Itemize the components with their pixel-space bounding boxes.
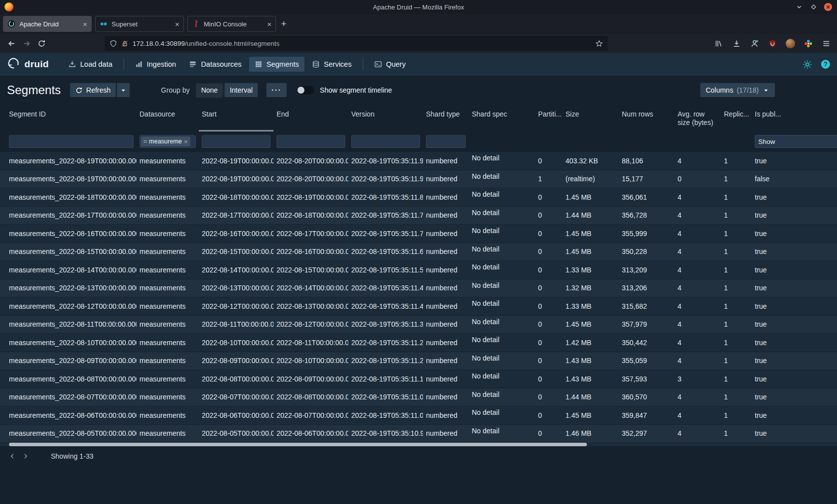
- group-by-none-button[interactable]: None: [196, 83, 223, 98]
- druid-nav-services[interactable]: Services: [306, 57, 357, 72]
- tab-close-icon[interactable]: ×: [83, 20, 87, 28]
- column-header-12[interactable]: Is publ...: [752, 105, 837, 131]
- filter-input-2[interactable]: [202, 135, 271, 148]
- column-header-0[interactable]: Segment ID: [6, 105, 137, 131]
- cell-2: 2022-08-07T00:00:00.0...: [199, 393, 274, 401]
- table-row[interactable]: measurements_2022-08-06T00:00:00.000Z...…: [0, 406, 837, 425]
- segment-timeline-toggle[interactable]: [296, 85, 315, 95]
- filter-input-4[interactable]: [351, 135, 420, 148]
- column-header-6[interactable]: Shard spec: [469, 105, 535, 131]
- column-header-5[interactable]: Shard type: [423, 105, 469, 131]
- help-icon[interactable]: ?: [821, 60, 830, 69]
- column-header-9[interactable]: Num rows: [619, 105, 675, 131]
- table-row[interactable]: measurements_2022-08-15T00:00:00.000Z...…: [0, 243, 837, 261]
- filter-input-3[interactable]: [277, 135, 345, 148]
- column-header-7[interactable]: Partiti...: [535, 105, 562, 131]
- prev-page-icon[interactable]: [6, 450, 19, 463]
- url-path: /unified-console.html#segments: [185, 40, 279, 47]
- cell-4: 2022-08-19T05:35:11.0...: [348, 411, 423, 419]
- cell-12: true: [752, 339, 837, 347]
- brand-name: druid: [24, 59, 49, 70]
- druid-nav-datasources[interactable]: Datasources: [183, 57, 247, 72]
- cell-8: 1.45 MB: [562, 248, 619, 255]
- table-row[interactable]: measurements_2022-08-19T00:00:00.000Z...…: [0, 152, 837, 170]
- table-row[interactable]: measurements_2022-08-18T00:00:00.000Z...…: [0, 188, 837, 207]
- forward-icon[interactable]: [19, 36, 34, 50]
- insecure-lock-icon[interactable]: [121, 40, 129, 47]
- cell-2: 2022-08-05T00:00:00.0...: [199, 429, 274, 437]
- tab-close-icon[interactable]: ×: [175, 20, 179, 28]
- cell-9: 355,059: [619, 357, 675, 365]
- profile-avatar[interactable]: [784, 37, 797, 50]
- column-header-4[interactable]: Version: [348, 105, 423, 131]
- table-row[interactable]: measurements_2022-08-17T00:00:00.000Z...…: [0, 207, 837, 225]
- table-row[interactable]: measurements_2022-08-12T00:00:00.000Z...…: [0, 297, 837, 316]
- close-icon[interactable]: ✕: [824, 3, 832, 11]
- table-row[interactable]: measurements_2022-08-19T00:00:00.000Z...…: [0, 170, 837, 189]
- column-header-3[interactable]: End: [274, 105, 348, 131]
- table-row[interactable]: measurements_2022-08-11T00:00:00.000Z...…: [0, 316, 837, 334]
- cell-5: numbered: [423, 411, 469, 419]
- cell-6: No detail: [469, 261, 535, 271]
- remove-filter-icon[interactable]: ×: [184, 138, 188, 145]
- tab-close-icon[interactable]: ×: [267, 20, 272, 28]
- table-row[interactable]: measurements_2022-08-08T00:00:00.000Z...…: [0, 370, 837, 388]
- more-options-button[interactable]: ···: [266, 83, 287, 98]
- cell-3: 2022-08-17T00:00:00.0...: [274, 230, 348, 238]
- column-header-11[interactable]: Replic...: [721, 105, 752, 131]
- filter-input-5[interactable]: [426, 135, 466, 148]
- ublock-shield-icon[interactable]: [766, 37, 779, 50]
- column-header-10[interactable]: Avg. row size (bytes): [675, 105, 721, 131]
- shield-icon[interactable]: [110, 40, 117, 47]
- column-header-8[interactable]: Size: [562, 105, 619, 131]
- account-icon[interactable]: [748, 37, 761, 50]
- druid-brand[interactable]: druid: [7, 57, 49, 72]
- browser-tab-superset[interactable]: Superset×: [95, 16, 184, 32]
- cell-4: 2022-08-19T05:35:11.3...: [348, 320, 423, 328]
- column-header-1[interactable]: Datasource: [137, 105, 199, 131]
- nav-label: Datasources: [201, 60, 241, 68]
- new-tab-button[interactable]: +: [281, 18, 286, 29]
- back-icon[interactable]: [4, 36, 19, 50]
- reload-icon[interactable]: [34, 36, 49, 50]
- library-icon[interactable]: [712, 37, 725, 50]
- browser-tab-minio-console[interactable]: MinIO Console×: [187, 16, 276, 32]
- segments-icon: [255, 60, 263, 68]
- table-row[interactable]: measurements_2022-08-09T00:00:00.000Z...…: [0, 352, 837, 371]
- page-title: Segments: [7, 83, 61, 97]
- table-row[interactable]: measurements_2022-08-16T00:00:00.000Z...…: [0, 225, 837, 243]
- table-row[interactable]: measurements_2022-08-13T00:00:00.000Z...…: [0, 279, 837, 298]
- show-filter-select[interactable]: Show: [755, 135, 837, 148]
- bookmark-star-icon[interactable]: [595, 40, 603, 47]
- column-header-2[interactable]: Start: [199, 105, 274, 131]
- cell-0: measurements_2022-08-08T00:00:00.000Z...: [6, 375, 137, 383]
- next-page-icon[interactable]: [19, 450, 32, 463]
- group-by-interval-button[interactable]: Interval: [224, 83, 258, 98]
- pinwheel-extension-icon[interactable]: [802, 37, 815, 50]
- columns-button[interactable]: Columns (17/18): [700, 83, 775, 98]
- refresh-caret-button[interactable]: [117, 83, 130, 98]
- url-bar[interactable]: 172.18.0.4:30899/unified-console.html#se…: [105, 36, 608, 51]
- minimize-icon[interactable]: [795, 3, 803, 11]
- cell-6: No detail: [469, 316, 535, 326]
- table-row[interactable]: measurements_2022-08-07T00:00:00.000Z...…: [0, 388, 837, 407]
- datasource-filter-tag[interactable]: =measureme×: [141, 136, 190, 146]
- caret-down-icon: [762, 87, 770, 94]
- druid-nav-query[interactable]: Query: [369, 57, 412, 72]
- druid-nav-ingestion[interactable]: Ingestion: [130, 57, 182, 72]
- filter-input-1[interactable]: =measureme×: [140, 135, 196, 148]
- settings-gear-icon[interactable]: [803, 60, 812, 69]
- downloads-icon[interactable]: [730, 37, 743, 50]
- table-row[interactable]: measurements_2022-08-05T00:00:00.000Z...…: [0, 425, 837, 443]
- filter-input-0[interactable]: [9, 135, 134, 148]
- table-row[interactable]: measurements_2022-08-14T00:00:00.000Z...…: [0, 261, 837, 279]
- browser-tab-apache-druid[interactable]: Apache Druid×: [3, 16, 92, 32]
- cell-2: 2022-08-17T00:00:00.0...: [199, 211, 274, 219]
- horizontal-scrollbar[interactable]: [9, 443, 587, 446]
- druid-nav-segments[interactable]: Segments: [249, 57, 304, 72]
- maximize-icon[interactable]: [810, 3, 818, 11]
- druid-nav-load-data[interactable]: Load data: [63, 57, 118, 72]
- table-row[interactable]: measurements_2022-08-10T00:00:00.000Z...…: [0, 334, 837, 352]
- refresh-button[interactable]: Refresh: [70, 83, 116, 98]
- menu-icon[interactable]: [820, 37, 833, 50]
